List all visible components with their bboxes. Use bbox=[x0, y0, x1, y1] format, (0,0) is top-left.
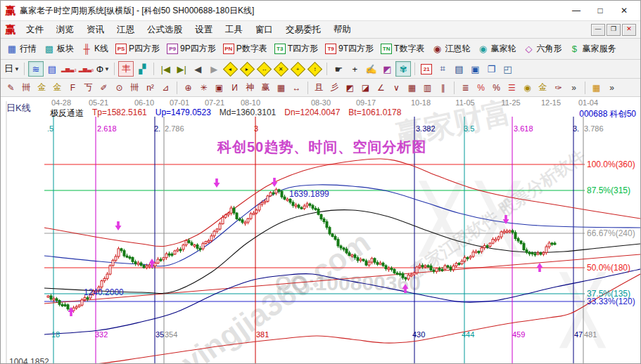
grid-target-button[interactable]: ▣ bbox=[212, 80, 227, 95]
pen-measure-button[interactable]: ✑ bbox=[551, 80, 566, 95]
report-button[interactable]: ▤ bbox=[451, 61, 467, 77]
five-comb-button[interactable]: 丂 bbox=[81, 80, 96, 95]
grid2-button[interactable]: ▥ bbox=[420, 80, 435, 95]
close-button[interactable]: ✕ bbox=[612, 3, 636, 18]
bar-percent-button[interactable]: ≣ bbox=[458, 80, 473, 95]
chart-3-button[interactable]: ▂▅▃₃ bbox=[61, 61, 77, 77]
menu-item-6[interactable]: 设置 bbox=[189, 22, 219, 37]
vee-lines-button[interactable]: ∨ bbox=[389, 80, 404, 95]
maximize-button[interactable]: □ bbox=[588, 3, 612, 18]
sectors-button[interactable]: ▩板块 bbox=[41, 41, 77, 56]
menu-item-3[interactable]: 资讯 bbox=[80, 22, 110, 37]
chart-canvas[interactable]: www.yingjia360.comQQ:100800360赢家江恩软件 股票分… bbox=[1, 97, 640, 364]
shen-tool-button[interactable]: 神 bbox=[243, 80, 258, 95]
marker-pen-button[interactable]: ✐ bbox=[96, 80, 111, 95]
fan-box1-button[interactable]: ◩ bbox=[343, 80, 357, 95]
p-square-button[interactable]: PSP四方形 bbox=[113, 41, 163, 56]
diamond-left-button[interactable]: ◂ bbox=[222, 61, 239, 77]
star-tool-button[interactable]: ✳ bbox=[196, 80, 211, 95]
hexagon-button[interactable]: ◇六角形 bbox=[520, 41, 564, 56]
gann-grid-button[interactable]: 丰 bbox=[118, 61, 134, 77]
more-chevron-2[interactable]: » bbox=[604, 80, 619, 95]
t-table-button[interactable]: TNT数字表 bbox=[378, 41, 427, 56]
ying-tool-button[interactable]: 赢 bbox=[258, 80, 273, 95]
diamond-vspan-button[interactable]: ↕ bbox=[307, 61, 323, 77]
gann-wheel-button[interactable]: ◉江恩轮 bbox=[429, 41, 473, 56]
width-measure-button[interactable]: ↔ bbox=[289, 80, 304, 95]
gold-comb2-button[interactable]: 金 bbox=[50, 80, 65, 95]
pen-flag-button[interactable]: ✍ bbox=[363, 61, 379, 77]
gold-comb1-button[interactable]: 金 bbox=[34, 80, 49, 95]
gold-line-button[interactable]: 金 bbox=[535, 80, 550, 95]
parallel-lines-button[interactable]: ∥ bbox=[436, 80, 450, 95]
fan-lines-button[interactable]: 彡 bbox=[327, 80, 342, 95]
menu-item-2[interactable]: 浏览 bbox=[50, 22, 80, 37]
color-chart-button[interactable]: ▞ bbox=[134, 61, 150, 77]
n-square-button[interactable]: n² bbox=[143, 80, 158, 95]
diamond-cross-button[interactable]: ✕ bbox=[273, 61, 289, 77]
menu-item-5[interactable]: 公式选股 bbox=[141, 22, 189, 37]
menu-item-10[interactable]: 帮助 bbox=[327, 22, 357, 37]
number-grid-button[interactable]: ▦ bbox=[274, 80, 288, 95]
9p-square-button[interactable]: P99P四方形 bbox=[164, 41, 219, 56]
calendar-button[interactable]: 21 bbox=[419, 61, 434, 77]
menu-item-7[interactable]: 工具 bbox=[219, 22, 249, 37]
percent-button[interactable]: % bbox=[489, 80, 504, 95]
window-copy-button[interactable]: ❐ bbox=[483, 61, 499, 77]
diamond-right-button[interactable]: ▸ bbox=[239, 61, 255, 77]
f-comb-button[interactable]: F bbox=[65, 80, 80, 95]
strike-percent-button[interactable]: % bbox=[474, 80, 488, 95]
final-grid-button[interactable]: ▦ bbox=[589, 80, 604, 95]
child-restore-button[interactable]: ❐ bbox=[607, 24, 621, 36]
winner-wheel-button[interactable]: ◉赢家轮 bbox=[474, 41, 519, 56]
diamond-hspan-button[interactable]: ↔ bbox=[256, 61, 272, 77]
calculator-icon: ⌗ bbox=[440, 63, 445, 74]
grid1-button[interactable]: ▦ bbox=[405, 80, 419, 95]
winner-service-button[interactable]: $赢家服务 bbox=[566, 41, 618, 56]
fan-box2-button[interactable]: ◪ bbox=[358, 80, 373, 95]
note-button[interactable]: ▤ bbox=[44, 61, 60, 77]
zigzag-tool-button[interactable]: ≋ bbox=[28, 61, 44, 77]
first-page-button[interactable]: |◀ bbox=[158, 61, 173, 77]
child-close-button[interactable]: ✕ bbox=[622, 24, 636, 36]
calculator-button[interactable]: ⌗ bbox=[435, 61, 450, 77]
angle-lines-button[interactable]: ∠ bbox=[374, 80, 388, 95]
last-page-button[interactable]: ▶| bbox=[174, 61, 189, 77]
gold-circle-button[interactable]: ◉ bbox=[520, 80, 535, 95]
comb2-tool-button[interactable]: 卌 bbox=[127, 80, 142, 95]
kline-button[interactable]: ╫K线 bbox=[78, 41, 111, 56]
computer-button[interactable]: ◰ bbox=[500, 61, 515, 77]
prev-button[interactable]: ◀ bbox=[190, 61, 205, 77]
mask-tool-button[interactable]: ◩ bbox=[379, 61, 395, 77]
minimize-button[interactable]: — bbox=[564, 3, 588, 18]
gann-target-button[interactable]: ⊕ bbox=[181, 80, 196, 95]
wave-count-button[interactable]: И bbox=[227, 80, 242, 95]
column-tool-button[interactable]: 且 bbox=[312, 80, 326, 95]
indicator-value: Tp=1582.5161 bbox=[92, 108, 147, 119]
t-square-button[interactable]: T3T四方形 bbox=[272, 41, 321, 56]
protractor-button[interactable]: ⊿ bbox=[158, 80, 173, 95]
next-button[interactable]: ▶ bbox=[206, 61, 222, 77]
menu-item-1[interactable]: 文件 bbox=[20, 22, 50, 37]
chart-9-button[interactable]: ▂▅▃₉ bbox=[78, 61, 95, 77]
crosshair-tool-button[interactable]: + bbox=[347, 61, 362, 77]
candle-style-dropdown[interactable]: Φ▼ bbox=[95, 61, 110, 77]
9t-square-button[interactable]: T99T四方形 bbox=[322, 41, 376, 56]
brain-tool-button[interactable]: ✾ bbox=[395, 61, 411, 77]
hand-tool-button[interactable]: ☛ bbox=[331, 61, 346, 77]
pen-tool-button[interactable]: ✎ bbox=[4, 80, 18, 95]
save-button[interactable]: ▣ bbox=[467, 61, 483, 77]
quotes-button[interactable]: ▦行情 bbox=[4, 41, 39, 56]
percent-line-button[interactable]: ☰ bbox=[504, 80, 519, 95]
mask-tool-icon: ◩ bbox=[383, 64, 391, 74]
menu-item-8[interactable]: 窗口 bbox=[249, 22, 279, 37]
diamond-all-button[interactable]: + bbox=[290, 61, 306, 77]
time-circle-button[interactable]: ⊙ bbox=[112, 80, 127, 95]
menu-item-4[interactable]: 江恩 bbox=[110, 22, 141, 37]
p-table-button[interactable]: PNP数字表 bbox=[220, 41, 270, 56]
comb-tool-button[interactable]: 卌 bbox=[19, 80, 34, 95]
period-day-dropdown[interactable]: 日▼ bbox=[4, 61, 20, 77]
more-tools-chevron[interactable]: » bbox=[566, 80, 581, 95]
child-minimize-button[interactable]: — bbox=[591, 24, 605, 36]
menu-item-9[interactable]: 交易委托 bbox=[279, 22, 327, 37]
